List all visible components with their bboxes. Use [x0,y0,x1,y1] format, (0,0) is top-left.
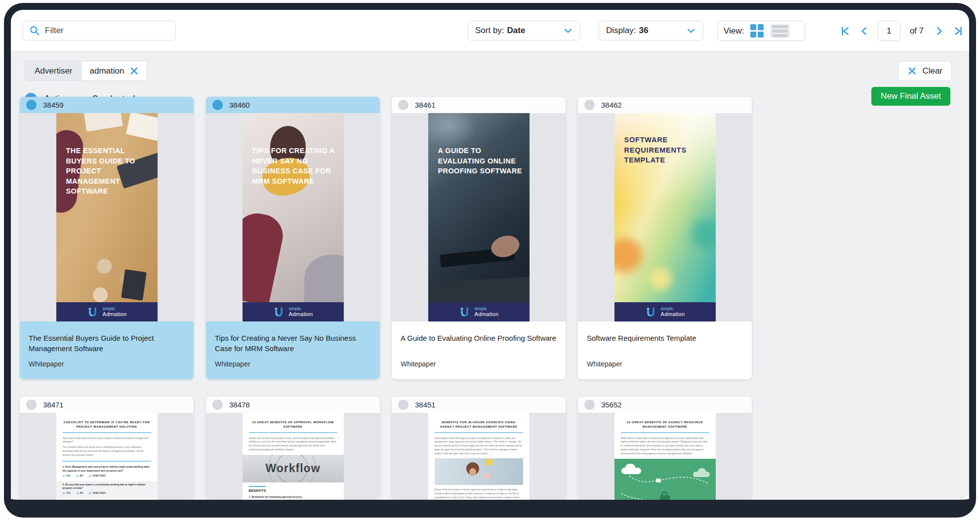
select-checkbox[interactable] [584,100,595,110]
select-checkbox[interactable] [26,400,37,410]
brand-name: Admation [289,311,313,317]
filter-chip-value: admation [90,66,124,76]
asset-card-38460[interactable]: 38460 TIPS FOR CREATING A NEVER SAY NO B… [206,97,380,379]
select-checkbox[interactable] [398,100,408,110]
brand-bar: simple.Admation [243,302,344,321]
new-final-asset-button[interactable]: New Final Asset [871,87,950,106]
asset-id: 38459 [43,101,64,109]
chevron-down-icon [563,26,573,36]
cover-title-text: THE ESSENTIAL BUYERS GUIDE TO PROJECT MA… [66,146,151,197]
doc-title: 10 GREAT BENEFITS OF APPROVAL WORKFLOW S… [249,420,337,430]
asset-card-38461[interactable]: 38461 A GUIDE TO EVALUATING ONLINE PROOF… [392,97,566,379]
clear-filters-button[interactable]: Clear [898,61,952,81]
doc-title: 10 GREAT BENEFITS OF AGENCY RESOURCE MAN… [621,420,709,430]
list-view-icon[interactable] [770,24,790,38]
filter-chip-category: Advertiser [25,61,82,80]
admation-logo-icon [645,307,657,318]
chevron-down-icon [686,26,696,36]
cover-photo-people: TIPS FOR CREATING A NEVER SAY NO BUSINES… [243,113,344,302]
previous-page-button[interactable] [858,25,870,37]
document-preview: BENEFITS FOR IN-HOUSE AGENCIES USING AGE… [428,413,530,500]
plug-icon [656,479,661,482]
infographic-graphic [614,459,716,500]
view-toggle: View: [717,21,805,41]
doc-text: Some of the key issues in-house agencies… [435,488,523,500]
next-page-button[interactable] [933,25,945,37]
admation-logo-icon [273,307,285,318]
cover-photo-bokeh: SOFTWARE REQUIREMENTS TEMPLATE [614,113,716,302]
screenshot-stage: Sort by:Date Display:36 View: [0,0,980,521]
sticky-notes-photo [435,458,523,485]
brand-small: simple. [103,307,127,311]
page-number-input[interactable] [878,21,900,41]
doc-title: CHECKLIST TO DETERMINE IF YOU'RE READY F… [63,420,151,430]
sort-by-dropdown[interactable]: Sort by:Date [468,21,580,40]
doc-question: 2. Do you find your team is consistently… [63,483,151,490]
doc-section-heading: BENEFITS [249,488,337,493]
admation-logo-icon [87,307,99,318]
doc-text: Unless you've been living under a rock, … [249,437,337,452]
asset-card-38459[interactable]: 38459 THE ESSENTIAL BUYERS GUIDE TO PROJ… [20,97,194,379]
doc-text: Need some help determining if you're rea… [63,437,151,444]
asset-type: Whitepaper [401,360,557,368]
last-page-button[interactable] [952,25,964,37]
admation-logo-icon [459,307,471,318]
filter-input[interactable] [45,26,169,36]
asset-card-38471[interactable]: 38471 CHECKLIST TO DETERMINE IF YOU'RE R… [20,397,194,500]
view-label: View: [724,26,744,36]
brand-name: Admation [475,311,499,317]
asset-card-38451[interactable]: 38451 BENEFITS FOR IN-HOUSE AGENCIES USI… [392,397,566,500]
first-page-button[interactable] [839,25,851,37]
display-count-dropdown[interactable]: Display:36 [599,21,703,40]
workflow-graphic: Workflow [243,455,344,482]
grid-view-icon[interactable] [750,24,764,38]
asset-type: Whitepaper [587,360,743,368]
remove-filter-icon[interactable] [129,66,139,76]
search-icon [29,25,40,36]
document-preview: CHECKLIST TO DETERMINE IF YOU'RE READY F… [56,413,158,500]
asset-manager-app: Sort by:Date Display:36 View: [10,9,970,500]
document-preview: 10 GREAT BENEFITS OF APPROVAL WORKFLOW S… [243,413,344,500]
asset-id: 38462 [601,101,622,109]
doc-text: The checklist below will assist you in i… [63,445,151,457]
filter-chip-advertiser: Advertiser admation [25,61,147,81]
select-checkbox[interactable] [212,100,223,110]
asset-thumbnail: THE ESSENTIAL BUYERS GUIDE TO PROJECT MA… [20,113,194,321]
brand-small: simple. [661,307,685,311]
asset-title: Tips for Creating a Never Say No Busines… [215,333,371,354]
asset-thumbnail: CHECKLIST TO DETERMINE IF YOU'RE READY F… [20,413,194,500]
asset-card-35652[interactable]: 35652 10 GREAT BENEFITS OF AGENCY RESOUR… [578,397,752,500]
doc-item: 1. Streamline the marketing approval pro… [249,495,337,499]
cover-title-text: A GUIDE TO EVALUATING ONLINE PROOFING SO… [438,146,523,176]
sort-by-value: Date [507,26,526,35]
cover-photo-laptop: A GUIDE TO EVALUATING ONLINE PROOFING SO… [428,113,530,302]
clear-label: Clear [922,66,942,76]
select-checkbox[interactable] [26,100,37,110]
asset-thumbnail: 10 GREAT BENEFITS OF APPROVAL WORKFLOW S… [206,413,380,500]
doc-text: While there's many ways to measure an ag… [621,437,709,456]
brand-name: Admation [661,311,685,317]
doc-question: 1. Does Management plan new projects wit… [63,465,151,473]
asset-card-38478[interactable]: 38478 10 GREAT BENEFITS OF APPROVAL WORK… [206,397,380,500]
select-checkbox[interactable] [398,400,408,410]
page-of-label: of 7 [910,26,924,36]
display-value: 36 [639,26,648,35]
asset-id: 38471 [43,401,64,409]
document-preview: 10 GREAT BENEFITS OF AGENCY RESOURCE MAN… [614,413,716,500]
brand-bar: simple.Admation [428,302,530,321]
cover-photo-desk: THE ESSENTIAL BUYERS GUIDE TO PROJECT MA… [56,113,158,302]
asset-title: Software Requirements Template [587,333,743,354]
asset-card-38462[interactable]: 38462 SOFTWARE REQUIREMENTS TEMPLATE sim… [578,97,752,379]
filter-search-box[interactable] [23,21,176,40]
select-checkbox[interactable] [584,400,595,410]
pagination: of 7 [839,21,964,41]
asset-thumbnail: BENEFITS FOR IN-HOUSE AGENCIES USING AGE… [392,413,566,500]
brand-small: simple. [475,307,499,311]
asset-id: 38461 [415,101,436,109]
brand-bar: simple.Admation [56,302,158,321]
select-checkbox[interactable] [212,400,223,410]
sort-by-label: Sort by: [475,26,504,35]
clear-icon [907,66,917,76]
cover-title-text: SOFTWARE REQUIREMENTS TEMPLATE [624,135,709,165]
asset-thumbnail: SOFTWARE REQUIREMENTS TEMPLATE simple.Ad… [578,113,752,321]
